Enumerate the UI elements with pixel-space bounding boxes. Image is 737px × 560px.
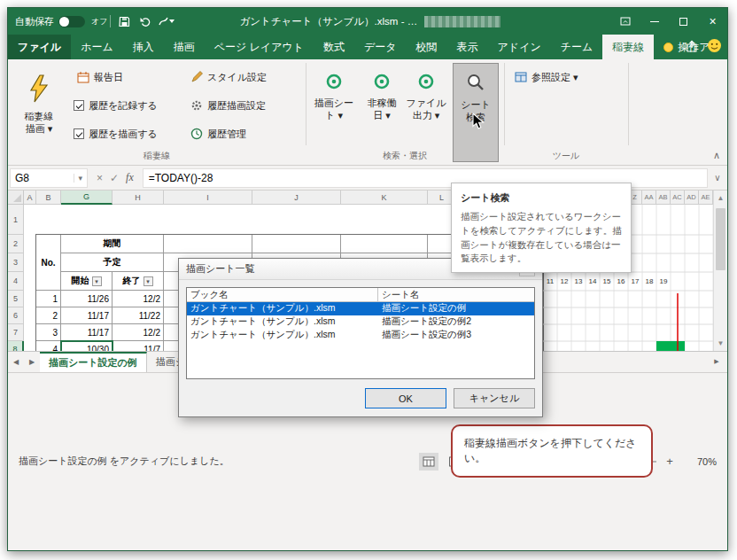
column-header[interactable]: J <box>252 191 341 205</box>
sheet-nav-right-icon[interactable]: ▶ <box>24 352 40 372</box>
ribbon-tab[interactable]: 挿入 <box>123 35 164 59</box>
sheet-tab[interactable]: 描画シート設定の例 <box>40 352 147 372</box>
sheet-cell[interactable]: 2 <box>36 307 61 324</box>
ribbon-tab[interactable]: データ <box>354 35 407 59</box>
report-day-button[interactable]: 報告日 <box>74 66 127 88</box>
ribbon-tab[interactable]: ページ レイアウト <box>205 35 314 59</box>
sheet-cell[interactable]: 11/22 <box>112 307 164 324</box>
reference-setting-button[interactable]: 参照設定 ▾ <box>511 66 582 88</box>
sheet-search-button[interactable]: シート 検索 <box>453 63 499 162</box>
row-header[interactable]: 4 <box>8 272 24 291</box>
sheet-cell[interactable]: 11/17 <box>61 324 112 341</box>
ribbon-tab-label: 数式 <box>323 40 345 55</box>
history-manage-button[interactable]: 履歴管理 <box>187 123 250 144</box>
cancel-button[interactable]: キャンセル <box>454 388 535 408</box>
ribbon-tab[interactable]: 数式 <box>314 35 354 59</box>
undo-icon[interactable] <box>135 8 156 35</box>
sheet-nav-left-icon[interactable]: ◀ <box>8 352 24 372</box>
vertical-scrollbar[interactable]: ▲ ▼ <box>713 191 727 351</box>
sheet-cell[interactable]: 11/17 <box>61 307 112 324</box>
column-header[interactable]: G <box>61 191 112 205</box>
ribbon-tab[interactable]: アドイン <box>488 35 551 59</box>
cancel-entry-icon[interactable]: × <box>97 172 103 184</box>
draw-history-checkbox[interactable]: 履歴を描画する <box>74 123 158 144</box>
ribbon-tab[interactable]: 描画 <box>164 35 205 59</box>
ribbon-display-options-button[interactable] <box>610 8 640 35</box>
filter-dropdown-icon[interactable]: ▾ <box>92 276 102 286</box>
pencil-icon <box>190 71 203 83</box>
feedback-smiley-icon[interactable] <box>707 38 722 57</box>
autosave-switch[interactable] <box>58 16 85 27</box>
autosave-toggle[interactable]: 自動保存 オフ <box>15 15 107 28</box>
column-header[interactable]: AC <box>671 191 685 205</box>
row-header[interactable]: 7 <box>8 324 24 341</box>
scroll-down-icon[interactable]: ▼ <box>714 337 727 351</box>
scrollbar-thumb[interactable] <box>716 208 725 270</box>
row-header[interactable]: 1 <box>8 205 24 235</box>
column-header[interactable]: AE <box>699 191 713 205</box>
record-history-checkbox[interactable]: 履歴を記録する <box>74 95 158 116</box>
column-header[interactable]: AB <box>656 191 671 205</box>
sheet-list-box[interactable]: ブック名 シート名 ガントチャート（サンプル）.xlsm 描画シート設定の例 ガ… <box>186 287 535 379</box>
minimize-button[interactable] <box>640 8 669 35</box>
zoom-in-button[interactable]: + <box>663 455 676 468</box>
column-header[interactable]: AD <box>685 191 699 205</box>
column-header[interactable]: H <box>112 191 164 205</box>
sheet-list-item[interactable]: ガントチャート（サンプル）.xlsm 描画シート設定の例 <box>187 302 534 315</box>
column-header[interactable]: A <box>24 191 36 205</box>
column-header[interactable]: K <box>341 191 428 205</box>
row-header[interactable]: 8 <box>8 341 24 351</box>
sheet-cell[interactable]: 11/26 <box>61 291 112 307</box>
collapse-ribbon-button[interactable]: ∧ <box>713 150 720 161</box>
confirm-entry-icon[interactable]: ✓ <box>110 172 119 184</box>
instruction-callout[interactable]: 稲妻線描画ボタンを押下してください。 <box>451 424 653 478</box>
ribbon-tab[interactable]: 校閲 <box>407 35 447 59</box>
row-header[interactable]: 2 <box>8 235 24 253</box>
row-header[interactable]: 6 <box>8 307 24 324</box>
chevron-down-icon[interactable]: ▾ <box>74 174 82 183</box>
scroll-right-icon[interactable]: ▶ <box>711 356 722 368</box>
nonworking-day-button[interactable]: 非稼働 日 ▾ <box>359 63 405 162</box>
lightning-draw-button[interactable]: 稲妻線 描画 ▾ <box>13 63 65 162</box>
insert-function-icon[interactable]: fx <box>126 171 134 184</box>
sheet-cell[interactable]: 1 <box>36 291 61 307</box>
sheet-cell[interactable]: 11/7 <box>112 341 164 351</box>
sheet-cell[interactable]: 4 <box>36 341 61 351</box>
expand-formula-bar-button[interactable]: ∨ <box>710 173 725 183</box>
search-icon <box>466 73 485 92</box>
select-all-corner[interactable] <box>8 191 24 205</box>
save-icon[interactable] <box>113 8 135 35</box>
column-header[interactable]: AA <box>642 191 656 205</box>
maximize-button[interactable] <box>669 8 698 35</box>
customize-quick-access-icon[interactable] <box>156 8 177 35</box>
sheet-cell[interactable]: 12/2 <box>112 324 164 341</box>
row-header[interactable]: 3 <box>8 253 24 272</box>
column-header[interactable]: I <box>164 191 252 205</box>
draw-sheet-button[interactable]: 描画シー ト ▾ <box>311 63 357 162</box>
ribbon-tab[interactable]: 稲妻線 <box>602 35 654 59</box>
sheet-cell[interactable]: 3 <box>36 324 61 341</box>
sheet-cell <box>252 235 341 253</box>
name-box[interactable]: G8 ▾ <box>10 168 88 188</box>
filter-dropdown-icon[interactable]: ▾ <box>144 276 153 286</box>
history-draw-setting-button[interactable]: 履歴描画設定 <box>187 95 269 116</box>
ribbon-tab[interactable]: チーム <box>551 35 603 59</box>
ribbon-tab[interactable]: 表示 <box>447 35 488 59</box>
sheet-list-item[interactable]: ガントチャート（サンプル）.xlsm 描画シート設定の例3 <box>187 329 534 342</box>
row-header[interactable]: 5 <box>8 291 24 307</box>
sheet-cell[interactable]: 12/2 <box>112 291 164 307</box>
name-box-value: G8 <box>15 172 29 184</box>
sheet-list-item[interactable]: ガントチャート（サンプル）.xlsm 描画シート設定の例2 <box>187 315 534 329</box>
close-button[interactable]: × <box>698 8 727 35</box>
ok-button[interactable]: OK <box>365 388 446 408</box>
sheet-name-column-header: シート名 <box>378 288 534 301</box>
scroll-up-icon[interactable]: ▲ <box>714 191 727 205</box>
column-header[interactable]: B <box>36 191 61 205</box>
ribbon-tab[interactable]: ファイル <box>8 35 71 59</box>
normal-view-icon[interactable] <box>419 453 438 471</box>
share-icon[interactable] <box>686 40 698 56</box>
ribbon-tab[interactable]: ホーム <box>71 35 123 59</box>
file-output-button[interactable]: ファイル 出力 ▾ <box>403 63 449 162</box>
sheet-cell[interactable]: 10/30 <box>61 341 112 351</box>
style-setting-button[interactable]: スタイル設定 <box>187 66 270 88</box>
